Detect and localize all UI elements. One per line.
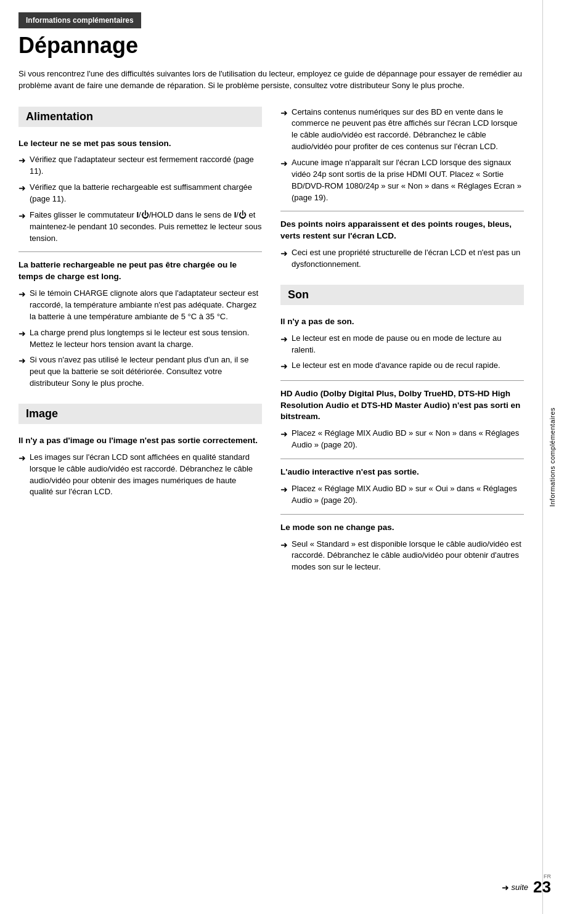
bullet-text: Si vous n'avez pas utilisé le lecteur pe… bbox=[30, 354, 262, 390]
bullet-item: ➜ Vérifiez que la batterie rechargeable … bbox=[18, 182, 262, 205]
footer-lang: FR bbox=[544, 873, 551, 879]
subsection-batterie: La batterie rechargeable ne peut pas êtr… bbox=[18, 259, 262, 390]
main-content: Informations complémentaires Dépannage S… bbox=[0, 0, 542, 914]
side-tab-label: Informations complémentaires bbox=[549, 407, 556, 507]
divider bbox=[280, 211, 524, 211]
section-header: Informations complémentaires bbox=[18, 12, 141, 28]
bullet-item: ➜ Les images sur l'écran LCD sont affich… bbox=[18, 452, 262, 498]
bullet-text: Les images sur l'écran LCD sont affichée… bbox=[30, 452, 262, 498]
bullet-item: ➜ Si le témoin CHARGE clignote alors que… bbox=[18, 288, 262, 323]
arrow-icon: ➜ bbox=[18, 210, 26, 222]
bullet-text: Le lecteur est en mode d'avance rapide o… bbox=[292, 360, 524, 372]
footer: ➜ suite 23 bbox=[502, 878, 551, 897]
bullet-item: ➜ Faites glisser le commutateur I/⏻/HOLD… bbox=[18, 210, 262, 245]
subsection-points-title: Des points noirs apparaissent et des poi… bbox=[280, 219, 524, 242]
footer-arrow: ➜ bbox=[502, 883, 509, 892]
son-section-box: Son bbox=[280, 285, 524, 305]
alimentation-section-box: Alimentation bbox=[18, 107, 262, 127]
subsection-mode-title: Le mode son ne change pas. bbox=[280, 522, 524, 534]
image-title: Image bbox=[26, 407, 255, 420]
page: Informations complémentaires Dépannage S… bbox=[0, 0, 588, 914]
divider bbox=[280, 514, 524, 515]
subsection-image: Il n'y a pas d'image ou l'image n'est pa… bbox=[18, 435, 262, 498]
son-title: Son bbox=[288, 288, 517, 301]
bullet-text: Si le témoin CHARGE clignote alors que l… bbox=[30, 288, 262, 323]
arrow-icon: ➜ bbox=[280, 360, 288, 372]
image-section-box: Image bbox=[18, 404, 262, 424]
bullet-item: ➜ Placez « Réglage MIX Audio BD » sur « … bbox=[280, 483, 524, 507]
bullet-text: Placez « Réglage MIX Audio BD » sur « No… bbox=[292, 428, 524, 451]
arrow-icon: ➜ bbox=[280, 107, 288, 119]
intro-paragraph: Si vous rencontrez l'une des difficultés… bbox=[18, 68, 524, 92]
subsection-title-1: Le lecteur ne se met pas sous tension. bbox=[18, 138, 262, 150]
divider bbox=[280, 459, 524, 459]
subsection-image-title: Il n'y a pas d'image ou l'image n'est pa… bbox=[18, 435, 262, 447]
bullet-text: Placez « Réglage MIX Audio BD » sur « Ou… bbox=[292, 483, 524, 507]
bullet-item: ➜ Ceci est une propriété structurelle de… bbox=[280, 247, 524, 271]
bullet-text: Vérifiez que la batterie rechargeable es… bbox=[30, 182, 262, 205]
bullet-text: La charge prend plus longtemps si le lec… bbox=[30, 327, 262, 351]
bullet-item: ➜ Placez « Réglage MIX Audio BD » sur « … bbox=[280, 428, 524, 451]
subsection-son-title: Il n'y a pas de son. bbox=[280, 316, 524, 328]
subsection-lecteur-tension: Le lecteur ne se met pas sous tension. ➜… bbox=[18, 138, 262, 245]
arrow-icon: ➜ bbox=[18, 354, 26, 367]
bullet-item: ➜ Certains contenus numériques sur des B… bbox=[280, 107, 524, 153]
arrow-icon: ➜ bbox=[280, 157, 288, 169]
bullet-text: Ceci est une propriété structurelle de l… bbox=[292, 247, 524, 271]
bullet-text: Vérifiez que l'adaptateur secteur est fe… bbox=[30, 154, 262, 177]
arrow-icon: ➜ bbox=[18, 182, 26, 194]
bullet-text: Certains contenus numériques sur des BD … bbox=[292, 107, 524, 153]
divider bbox=[18, 251, 262, 252]
bullet-text: Aucune image n'apparaît sur l'écran LCD … bbox=[292, 157, 524, 203]
arrow-icon: ➜ bbox=[18, 327, 26, 340]
arrow-icon: ➜ bbox=[280, 333, 288, 345]
arrow-icon: ➜ bbox=[18, 452, 26, 464]
footer-page: 23 bbox=[533, 878, 551, 897]
arrow-icon: ➜ bbox=[18, 154, 26, 166]
left-column: Alimentation Le lecteur ne se met pas so… bbox=[18, 107, 262, 577]
footer-suite: suite bbox=[512, 883, 528, 892]
bullet-item: ➜ Seul « Standard » est disponible lorsq… bbox=[280, 539, 524, 574]
subsection-hd-title: HD Audio (Dolby Digital Plus, Dolby True… bbox=[280, 388, 524, 423]
arrow-icon: ➜ bbox=[18, 288, 26, 300]
bullet-text: Seul « Standard » est disponible lorsque… bbox=[292, 539, 524, 574]
bullet-item: ➜ Vérifiez que l'adaptateur secteur est … bbox=[18, 154, 262, 177]
bullet-item: ➜ La charge prend plus longtemps si le l… bbox=[18, 327, 262, 351]
bullet-item: ➜ Aucune image n'apparaît sur l'écran LC… bbox=[280, 157, 524, 203]
subsection-audio-interactive: L'audio interactive n'est pas sortie. ➜ … bbox=[280, 467, 524, 507]
arrow-icon: ➜ bbox=[280, 428, 288, 440]
subsection-mode-son: Le mode son ne change pas. ➜ Seul « Stan… bbox=[280, 522, 524, 573]
subsection-title-2: La batterie rechargeable ne peut pas êtr… bbox=[18, 259, 262, 283]
bullet-text: Faites glisser le commutateur I/⏻/HOLD d… bbox=[30, 210, 262, 245]
page-title: Dépannage bbox=[18, 33, 524, 58]
right-column: ➜ Certains contenus numériques sur des B… bbox=[280, 107, 524, 577]
arrow-icon: ➜ bbox=[280, 539, 288, 551]
bullet-item: ➜ Si vous n'avez pas utilisé le lecteur … bbox=[18, 354, 262, 390]
divider bbox=[280, 380, 524, 381]
bullet-text: Le lecteur est en mode de pause ou en mo… bbox=[292, 333, 524, 356]
arrow-icon: ➜ bbox=[280, 247, 288, 259]
arrow-icon: ➜ bbox=[280, 483, 288, 496]
subsection-hd-audio: HD Audio (Dolby Digital Plus, Dolby True… bbox=[280, 388, 524, 451]
side-tab: Informations complémentaires bbox=[542, 0, 561, 914]
alimentation-title: Alimentation bbox=[26, 110, 255, 123]
subsection-audio-title: L'audio interactive n'est pas sortie. bbox=[280, 467, 524, 478]
subsection-image-right: ➜ Certains contenus numériques sur des B… bbox=[280, 107, 524, 204]
subsection-son: Il n'y a pas de son. ➜ Le lecteur est en… bbox=[280, 316, 524, 373]
bullet-item: ➜ Le lecteur est en mode d'avance rapide… bbox=[280, 360, 524, 372]
bullet-item: ➜ Le lecteur est en mode de pause ou en … bbox=[280, 333, 524, 356]
two-column-layout: Alimentation Le lecteur ne se met pas so… bbox=[18, 107, 524, 577]
subsection-points-noirs: Des points noirs apparaissent et des poi… bbox=[280, 219, 524, 270]
